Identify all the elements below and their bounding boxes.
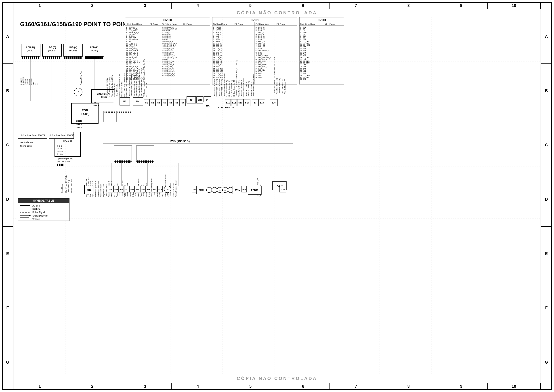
svg-rect-376	[99, 56, 101, 59]
svg-text:④+34A: ④+34A	[57, 153, 63, 155]
svg-text:40: 40	[162, 42, 164, 44]
svg-text:53: 53	[256, 68, 257, 69]
cn100-table: CN100 Pin# Signal Name I/O Frame Pin# Si…	[125, 17, 210, 84]
svg-rect-529	[146, 161, 147, 163]
svg-text:21: 21	[213, 62, 215, 64]
svg-text:AV5: AV5	[303, 69, 306, 71]
svg-text:GND: GND	[258, 30, 262, 32]
svg-rect-352	[45, 56, 46, 59]
svg-text:6: 6	[126, 35, 127, 37]
svg-text:ID Chip Connector (K): ID Chip Connector (K)	[226, 80, 228, 97]
svg-rect-360	[64, 56, 65, 59]
svg-text:3: 3	[126, 30, 127, 32]
svg-rect-509	[125, 112, 125, 113]
svg-text:Signal Name: Signal Name	[259, 23, 270, 25]
svg-text:CN101: CN101	[250, 19, 259, 22]
svg-rect-653	[57, 164, 58, 166]
svg-text:44: 44	[162, 50, 164, 51]
svg-text:Signal Name: Signal Name	[305, 23, 315, 25]
svg-text:DOC_B31: DOC_B31	[258, 35, 265, 37]
svg-text:AV3: AV3	[303, 66, 306, 67]
col-header-corner-tr	[540, 2, 552, 9]
svg-text:22: 22	[126, 64, 128, 65]
svg-text:GND: GND	[303, 59, 306, 60]
svg-text:Registration Clutch: Registration Clutch	[103, 184, 104, 197]
svg-rect-502	[112, 112, 113, 113]
svg-text:PLD_ADJ: PLD_ADJ	[258, 69, 265, 71]
svg-text:33: 33	[256, 32, 257, 33]
svg-text:28: 28	[213, 75, 215, 76]
svg-text:15: 15	[300, 51, 302, 53]
svg-text:Frame: Frame	[187, 23, 192, 25]
svg-text:30: 30	[256, 26, 257, 28]
svg-text:38: 38	[256, 41, 257, 42]
svg-text:8: 8	[300, 39, 301, 41]
svg-text:10: 10	[126, 42, 128, 44]
svg-text:S1: S1	[145, 101, 148, 104]
svg-rect-498	[106, 112, 107, 113]
svg-rect-513	[114, 146, 132, 161]
svg-rect-521	[128, 161, 129, 163]
svg-text:24: 24	[300, 68, 302, 69]
svg-rect-512	[130, 112, 131, 113]
svg-text:7: 7	[213, 37, 214, 39]
svg-text:27: 27	[300, 73, 302, 74]
svg-text:DC_GEN3: DC_GEN3	[303, 57, 310, 59]
svg-text:57: 57	[162, 73, 164, 74]
svg-text:DOC_A21: DOC_A21	[216, 71, 223, 73]
svg-rect-364	[72, 56, 74, 59]
svg-text:SEN_SDPPMT_F: SEN_SDPPMT_F	[258, 57, 271, 59]
svg-text:Toner Supply Motor (C): Toner Supply Motor (C)	[216, 79, 218, 97]
svg-text:NLC: NLC	[216, 35, 219, 37]
col-header-6: 6	[277, 2, 330, 9]
svg-text:VDO2(M): VDO2(M)	[26, 79, 28, 85]
svg-text:GND(M): GND(M)	[164, 30, 170, 32]
svg-text:S32: S32	[119, 188, 123, 190]
svg-text:SEN_EXL_A: SEN_EXL_A	[129, 69, 138, 71]
svg-text:VDO1(M): VDO1(M)	[24, 79, 26, 85]
col-header-7: 7	[330, 2, 382, 9]
svg-rect-355	[51, 56, 52, 59]
svg-rect-517	[120, 161, 122, 163]
svg-text:Signal Name: Signal Name	[217, 23, 227, 25]
svg-text:(PCB9): (PCB9)	[99, 96, 107, 98]
svg-rect-526	[141, 161, 142, 163]
svg-text:TD Sensor / Nozzle PCU Detecti: TD Sensor / Nozzle PCU Detection (PCU Se…	[273, 57, 275, 94]
row-header-right-E: E	[541, 227, 552, 281]
svg-text:58: 58	[162, 75, 164, 76]
svg-text:24: 24	[213, 68, 215, 69]
svg-text:45: 45	[256, 53, 257, 55]
svg-rect-654	[59, 164, 60, 166]
svg-text:21: 21	[300, 62, 302, 64]
svg-text:Transfer Roller Contact Sensor: Transfer Roller Contact Sensor	[131, 73, 133, 97]
svg-text:Front Door Sensor: Front Door Sensor	[145, 83, 147, 97]
svg-text:M: M	[224, 189, 226, 191]
svg-rect-361	[66, 56, 68, 59]
svg-text:12: 12	[126, 46, 128, 48]
col-headers-main-top: 1 2 3 4 5 6 7 8 9 10	[14, 2, 540, 9]
svg-text:Temperature/Humidity Sensor: Temperature/Humidity Sensor	[253, 74, 255, 97]
svg-text:S5: S5	[169, 101, 172, 104]
svg-text:SEN_TOF_C: SEN_TOF_C	[164, 69, 173, 71]
svg-text:17: 17	[300, 55, 302, 56]
svg-text:S15: S15	[272, 101, 276, 104]
svg-text:Toner Tower Overflow: Toner Tower Overflow	[238, 80, 240, 97]
svg-text:GND: GND	[303, 78, 306, 80]
svg-text:SYMBOL TABLE: SYMBOL TABLE	[33, 199, 54, 202]
svg-rect-375	[97, 56, 99, 59]
svg-text:PCB4_12: PCB4_12	[258, 46, 265, 48]
svg-rect-506	[119, 112, 120, 113]
svg-text:SEN_MSDF_F: SEN_MSDF_F	[258, 50, 269, 51]
svg-text:SEN_BK2: SEN_BK2	[164, 35, 172, 37]
svg-text:SEN_DPPMT_F: SEN_DPPMT_F	[258, 59, 270, 60]
svg-text:Pin#: Pin#	[300, 23, 304, 25]
svg-text:I/O: I/O	[235, 23, 237, 25]
svg-text:Toner End Sensor (M): Toner End Sensor (M)	[278, 78, 281, 94]
svg-text:19: 19	[300, 59, 302, 60]
svg-point-597	[206, 187, 212, 193]
svg-text:23: 23	[126, 66, 128, 67]
svg-text:High Voltage Power (PCB6): High Voltage Power (PCB6)	[20, 134, 45, 136]
svg-text:GND(M): GND(M)	[129, 46, 134, 48]
svg-rect-519	[124, 161, 125, 163]
svg-text:14: 14	[213, 50, 215, 51]
